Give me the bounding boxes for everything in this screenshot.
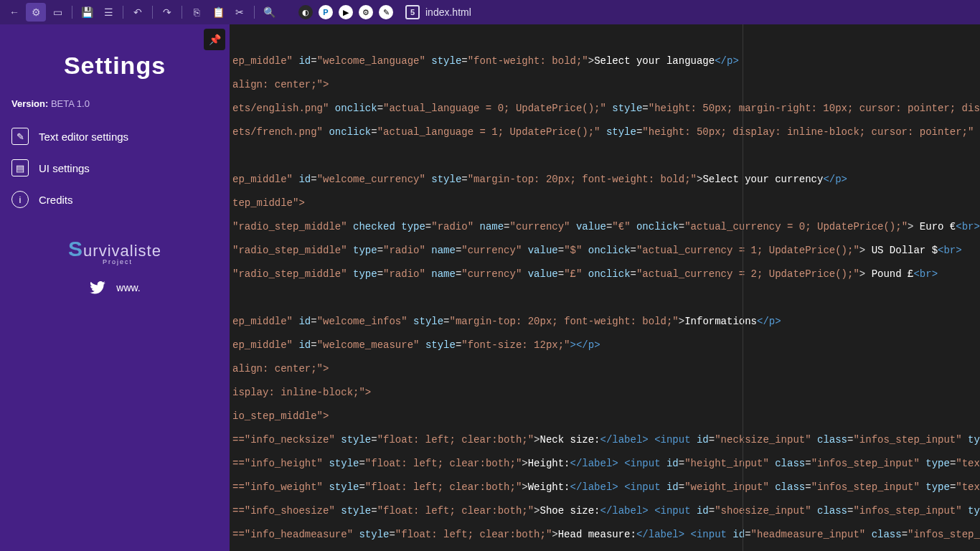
twitter-icon[interactable] <box>89 281 106 294</box>
social-www[interactable]: www. <box>116 282 140 293</box>
panel-icon[interactable]: ▭ <box>47 3 67 22</box>
filename: index.html <box>425 6 471 18</box>
sidebar-item-label: UI settings <box>39 162 90 174</box>
pin-button[interactable]: 📌 <box>204 29 225 50</box>
code-editor[interactable]: ep_middle" id="welcome_language" style="… <box>230 24 980 551</box>
app-icon-2[interactable]: P <box>319 5 333 19</box>
separator <box>152 6 153 19</box>
cut-icon[interactable]: ✂ <box>230 3 250 22</box>
play-icon[interactable]: ▶ <box>339 5 353 19</box>
sidebar-title: Settings <box>0 52 230 80</box>
gear-icon[interactable]: ⚙ <box>359 5 373 19</box>
file-tab[interactable]: 5 index.html <box>405 5 471 19</box>
logo: Survivaliste Project <box>68 237 161 265</box>
zoom-icon[interactable]: 🔍 <box>259 3 279 22</box>
version-label: Version: <box>11 98 48 109</box>
sidebar-item-label: Text editor settings <box>39 131 128 143</box>
sidebar-item-text-editor[interactable]: ✎ Text editor settings <box>0 121 230 152</box>
undo-icon[interactable]: ↶ <box>128 3 148 22</box>
separator <box>254 6 255 19</box>
save-icon[interactable]: 💾 <box>77 3 97 22</box>
settings-gear-icon[interactable]: ⚙ <box>26 3 46 22</box>
version-row: Version: BETA 1.0 <box>0 98 230 121</box>
version-value: BETA 1.0 <box>51 98 90 109</box>
copy-icon[interactable]: ⎘ <box>187 3 207 22</box>
layout-icon: ▤ <box>11 159 29 176</box>
redo-icon[interactable]: ↷ <box>157 3 177 22</box>
list-icon[interactable]: ☰ <box>98 3 118 22</box>
sidebar-item-label: Credits <box>39 194 73 206</box>
separator <box>72 6 72 19</box>
pencil-icon: ✎ <box>11 128 29 145</box>
info-icon: i <box>11 191 29 208</box>
html5-icon: 5 <box>405 5 420 19</box>
back-button[interactable]: ← <box>4 3 24 22</box>
sidebar-item-ui[interactable]: ▤ UI settings <box>0 152 230 184</box>
separator <box>123 6 123 19</box>
sidebar: 📌 Settings Version: BETA 1.0 ✎ Text edit… <box>0 24 230 551</box>
edit-icon[interactable]: ✎ <box>379 5 393 19</box>
topbar: ← ⚙ ▭ 💾 ☰ ↶ ↷ ⎘ 📋 ✂ 🔍 ◐ P ▶ ⚙ ✎ 5 index.… <box>0 0 980 24</box>
sidebar-item-credits[interactable]: i Credits <box>0 184 230 215</box>
paste-icon[interactable]: 📋 <box>208 3 228 22</box>
social-row: www. <box>0 281 230 294</box>
ruler-line <box>743 24 743 551</box>
app-icon-1[interactable]: ◐ <box>298 5 313 19</box>
separator <box>182 6 182 19</box>
main: 📌 Settings Version: BETA 1.0 ✎ Text edit… <box>0 24 980 551</box>
